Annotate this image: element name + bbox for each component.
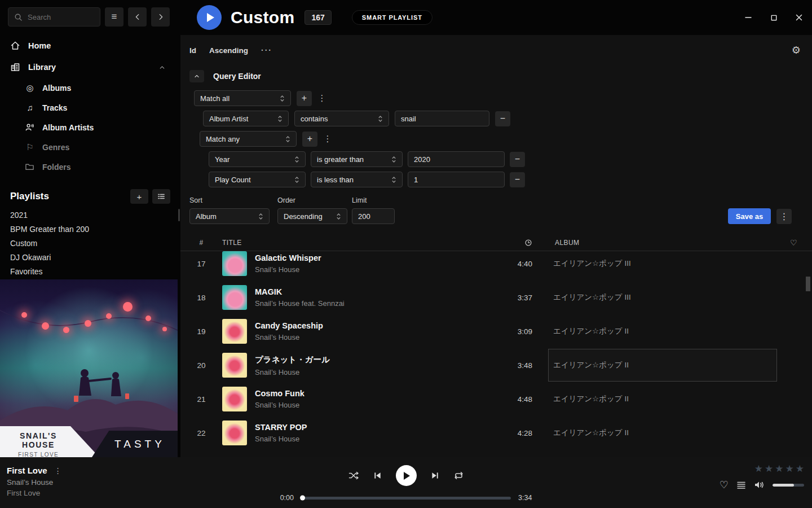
column-header-duration[interactable]: [497, 239, 548, 247]
playlist-list-button[interactable]: [152, 189, 170, 204]
rating-stars[interactable]: ★ ★ ★ ★ ★: [754, 464, 804, 474]
track-album[interactable]: エイリアン☆ポップ II: [548, 349, 777, 382]
track-title: Galactic Whisper: [255, 253, 497, 262]
table-row[interactable]: 19 Candy Spaceship Snail’s House 3:09 エイ…: [180, 314, 812, 348]
volume-button[interactable]: [754, 480, 765, 489]
sidebar-item-genres[interactable]: ⚐ Genres: [0, 137, 180, 157]
track-duration: 3:37: [497, 294, 548, 302]
query-editor-collapse-button[interactable]: [189, 70, 204, 82]
rule-field-select[interactable]: Play Count: [209, 172, 306, 187]
star-icon[interactable]: ★: [765, 464, 773, 474]
search-box[interactable]: [8, 7, 100, 27]
playlist-item[interactable]: 2021: [0, 208, 180, 222]
playlist-item[interactable]: Custom: [0, 236, 180, 250]
track-art-thumbnail: [222, 421, 247, 445]
maximize-button[interactable]: [769, 13, 778, 22]
remove-rule-button[interactable]: −: [510, 172, 525, 187]
search-input[interactable]: [28, 13, 90, 21]
order-select[interactable]: Descending: [277, 208, 347, 224]
rule-operator-select[interactable]: is less than: [311, 172, 403, 187]
sidebar-scrollbar[interactable]: [178, 209, 180, 221]
sidebar-item-folders[interactable]: Folders: [0, 157, 180, 177]
sort-direction-button[interactable]: Ascending: [209, 46, 248, 55]
sort-field-button[interactable]: Id: [189, 46, 196, 55]
star-icon[interactable]: ★: [785, 464, 794, 474]
repeat-button[interactable]: [453, 471, 464, 480]
playlists-title: Playlists: [10, 191, 49, 202]
volume-slider[interactable]: [773, 484, 804, 487]
table-row[interactable]: 17 Galactic Whisper Snail’s House 4:40 エ…: [180, 251, 812, 281]
star-icon[interactable]: ★: [796, 464, 804, 474]
remove-rule-button[interactable]: −: [495, 111, 510, 126]
minimize-button[interactable]: [744, 13, 753, 22]
menu-button[interactable]: ≡: [105, 7, 123, 27]
sidebar-item-albums[interactable]: ◎ Albums: [0, 78, 180, 98]
track-album[interactable]: エイリアン☆ポップ II: [548, 383, 777, 415]
shuffle-button[interactable]: [348, 471, 359, 480]
star-icon[interactable]: ★: [775, 464, 783, 474]
now-playing-album-art[interactable]: SNAIL'S HOUSE FIRST LOVE TASTY: [0, 279, 178, 457]
add-rule-button[interactable]: +: [297, 91, 312, 106]
play-pause-button[interactable]: [396, 465, 417, 486]
column-header-album[interactable]: ALBUM: [555, 239, 579, 247]
queue-button[interactable]: [736, 481, 746, 489]
rule-field-select[interactable]: Year: [209, 151, 306, 167]
plus-icon: +: [307, 134, 312, 144]
collapse-chevron-icon[interactable]: [158, 64, 166, 71]
group-match-type-select[interactable]: Match any: [200, 131, 297, 147]
forward-button[interactable]: [151, 7, 170, 27]
rule-operator-select[interactable]: is greater than: [311, 151, 403, 167]
track-album[interactable]: エイリアン☆ポップ II: [548, 417, 777, 449]
sort-select[interactable]: Album: [189, 208, 270, 224]
column-header-index[interactable]: #: [180, 239, 222, 247]
playlist-item[interactable]: BPM Greater than 200: [0, 222, 180, 236]
track-album[interactable]: エイリアン☆ポップ II: [548, 315, 777, 348]
sidebar-item-home[interactable]: Home: [0, 35, 180, 56]
now-playing-menu-button[interactable]: ⋮: [54, 466, 62, 475]
rule-group-menu-button[interactable]: ⋮: [317, 93, 326, 103]
sidebar-item-album-artists[interactable]: Album Artists: [0, 117, 180, 137]
sidebar-item-label: Folders: [42, 163, 71, 172]
rule-field-select[interactable]: Album Artist: [203, 111, 289, 126]
sidebar-item-tracks[interactable]: ♫ Tracks: [0, 98, 180, 117]
playlist-item[interactable]: DJ Okawari: [0, 250, 180, 264]
track-album[interactable]: エイリアン☆ポップ III: [548, 281, 777, 314]
previous-button[interactable]: [373, 471, 382, 480]
playlist-item[interactable]: Favorites: [0, 264, 180, 278]
heart-column-icon[interactable]: ♡: [790, 238, 797, 247]
next-button[interactable]: [431, 471, 439, 480]
limit-input[interactable]: 200: [352, 208, 395, 224]
add-playlist-button[interactable]: +: [130, 189, 148, 204]
more-options-button[interactable]: ···: [261, 46, 272, 55]
table-scrollbar-thumb[interactable]: [806, 277, 810, 291]
star-icon[interactable]: ★: [754, 464, 763, 474]
table-row[interactable]: 22 STARRY POP Snail’s House 4:28 エイリアン☆ポ…: [180, 416, 812, 450]
match-type-select[interactable]: Match all: [194, 90, 291, 106]
track-album[interactable]: エイリアン☆ポップ III: [548, 251, 777, 280]
rule-value-input[interactable]: snail: [395, 111, 489, 126]
remove-rule-button[interactable]: −: [510, 152, 525, 167]
sidebar-item-label: Genres: [42, 143, 69, 152]
artist-icon: [25, 122, 35, 132]
repeat-icon: [453, 471, 464, 480]
playlist-play-button[interactable]: [197, 5, 222, 30]
favorite-button[interactable]: ♡: [720, 479, 729, 491]
table-row[interactable]: 21 Cosmo Funk Snail’s House 4:48 エイリアン☆ポ…: [180, 382, 812, 416]
seek-slider[interactable]: [301, 497, 511, 500]
column-header-title[interactable]: TITLE: [222, 239, 497, 247]
add-group-rule-button[interactable]: +: [302, 132, 317, 147]
seek-thumb[interactable]: [300, 496, 305, 501]
query-editor: Query Editor Match all + ⋮ Album Artist …: [180, 70, 812, 224]
group-menu-button[interactable]: ⋮: [323, 134, 332, 144]
save-as-button[interactable]: Save as: [728, 208, 771, 224]
rule-operator-select[interactable]: contains: [294, 111, 389, 126]
close-button[interactable]: [795, 13, 804, 22]
rule-value-input[interactable]: 1: [408, 172, 505, 187]
table-row[interactable]: 20 プラネット・ガール Snail’s House 3:48 エイリアン☆ポッ…: [180, 348, 812, 382]
settings-gear-button[interactable]: ⚙: [792, 44, 801, 56]
sidebar-item-library[interactable]: Library: [0, 56, 180, 78]
rule-value-input[interactable]: 2020: [408, 151, 505, 167]
table-row[interactable]: 18 MAGIK Snail’s House feat. Sennzai 3:3…: [180, 281, 812, 314]
back-button[interactable]: [128, 7, 147, 27]
save-menu-button[interactable]: ⋮: [776, 209, 792, 224]
